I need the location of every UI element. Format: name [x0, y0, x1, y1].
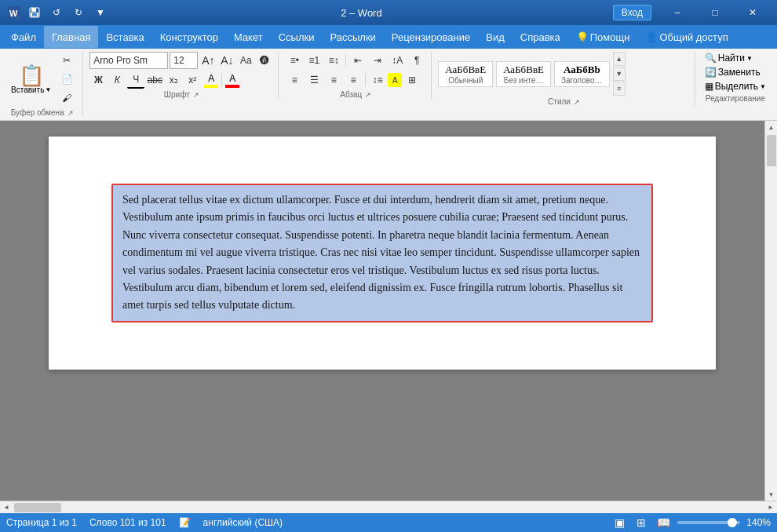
maximize-button[interactable]: □ — [697, 0, 733, 25]
subscript-button[interactable]: x₂ — [165, 71, 182, 89]
sort-button[interactable]: ↕A — [388, 52, 407, 69]
borders-button[interactable]: ⊞ — [403, 71, 421, 89]
status-bar-right: ▣ ⊞ 📖 140% — [611, 515, 771, 530]
scroll-up-button[interactable]: ▲ — [765, 121, 778, 133]
font-size-input[interactable] — [170, 52, 198, 69]
align-center-button[interactable]: ☰ — [305, 71, 323, 89]
clipboard-expand-icon[interactable]: ↗ — [67, 109, 74, 117]
font-expand-icon[interactable]: ↗ — [193, 91, 199, 99]
superscript-button[interactable]: x² — [184, 71, 201, 89]
main-area: Sed placerat tellus vitae ex dictum ulla… — [0, 121, 777, 513]
view-web-button[interactable]: ⊞ — [633, 515, 649, 530]
document-scroll[interactable]: Sed placerat tellus vitae ex dictum ulla… — [0, 121, 764, 501]
save-button[interactable] — [25, 3, 44, 22]
proofing-icon[interactable]: 📝 — [179, 517, 191, 528]
styles-expand[interactable]: ≡ — [613, 82, 626, 96]
paragraph-group: ≡• ≡1 ≡↕ ⇤ ⇥ ↕A ¶ ≡ ☰ ≡ ≡ — [280, 52, 432, 99]
menu-mailings[interactable]: Рассылки — [322, 26, 383, 48]
customize-button[interactable]: ▼ — [91, 3, 110, 22]
svg-rect-3 — [31, 8, 36, 12]
doc-content-area: Sed placerat tellus vitae ex dictum ulla… — [0, 121, 777, 501]
menu-constructor[interactable]: Конструктор — [152, 26, 226, 48]
word-icon: W — [6, 5, 22, 20]
title-bar: W ↺ ↻ ▼ 2 – Word Вход – □ ✕ — [0, 0, 777, 25]
font-label: Шрифт ↗ — [89, 89, 273, 99]
italic-button[interactable]: К — [108, 71, 126, 89]
app-window: W ↺ ↻ ▼ 2 – Word Вход – □ ✕ Файл — [0, 0, 777, 532]
font-color-button[interactable]: А — [224, 71, 241, 89]
page-info: Страница 1 из 1 — [6, 517, 77, 528]
font-name-input[interactable] — [89, 52, 168, 69]
underline-button[interactable]: Ч — [127, 71, 144, 89]
select-button[interactable]: ▦Выделить▼ — [702, 80, 769, 93]
language[interactable]: английский (США) — [203, 517, 283, 528]
align-justify-button[interactable]: ≡ — [344, 71, 363, 89]
document-page: Sed placerat tellus vitae ex dictum ulla… — [49, 137, 716, 370]
redo-button[interactable]: ↻ — [69, 3, 88, 22]
scroll-right-button[interactable]: ► — [764, 501, 777, 514]
align-right-button[interactable]: ≡ — [324, 71, 343, 89]
menu-layout[interactable]: Макет — [226, 26, 271, 48]
menu-insert[interactable]: Вставка — [98, 26, 151, 48]
vertical-scrollbar[interactable]: ▲ ▼ — [764, 121, 777, 501]
styles-label: Стили ↗ — [438, 96, 689, 106]
close-button[interactable]: ✕ — [735, 0, 771, 25]
menu-bar: Файл Главная Вставка Конструктор Макет С… — [0, 25, 777, 49]
zoom-thumb[interactable] — [728, 518, 737, 527]
paste-button[interactable]: 📋 Вставить▼ — [8, 64, 54, 96]
scroll-thumb-h[interactable] — [14, 503, 61, 512]
vkhod-button[interactable]: Вход — [613, 5, 651, 20]
case-button[interactable]: Аа — [237, 52, 254, 69]
text-highlight-button[interactable]: А — [202, 71, 220, 89]
clear-format-button[interactable]: 🅐 — [256, 52, 273, 69]
clipboard-label: Буфер обмена ↗ — [8, 107, 76, 117]
replace-button[interactable]: 🔄Заменить — [702, 66, 769, 78]
line-spacing-button[interactable]: ↕≡ — [368, 71, 387, 89]
style-normal[interactable]: АаБбВвЕ Обычный — [438, 61, 493, 87]
numbered-list-button[interactable]: ≡1 — [305, 52, 323, 69]
menu-assistant[interactable]: 💡Помощн — [568, 26, 638, 48]
menu-home[interactable]: Главная — [44, 26, 98, 48]
strikethrough-button[interactable]: abc — [146, 71, 163, 89]
menu-share[interactable]: 👤Общий доступ — [637, 26, 735, 48]
styles-scroll-controls: ▲ ▼ ≡ — [613, 52, 626, 96]
style-heading[interactable]: АаБбВb Заголово… — [554, 61, 610, 87]
shading-button[interactable]: A — [388, 73, 402, 87]
menu-view[interactable]: Вид — [478, 26, 513, 48]
paragraph-expand-icon[interactable]: ↗ — [365, 91, 371, 99]
styles-expand-icon[interactable]: ↗ — [574, 98, 580, 106]
align-left-button[interactable]: ≡ — [285, 71, 304, 89]
view-print-button[interactable]: ▣ — [611, 515, 627, 530]
word-count: Слово 101 из 101 — [89, 517, 166, 528]
menu-references[interactable]: Ссылки — [271, 26, 323, 48]
bold-button[interactable]: Ж — [89, 71, 107, 89]
undo-button[interactable]: ↺ — [47, 3, 66, 22]
menu-help[interactable]: Справка — [513, 26, 568, 48]
horizontal-scrollbar[interactable]: ◄ ► — [0, 501, 777, 513]
menu-review[interactable]: Рецензирование — [384, 26, 478, 48]
multilevel-list-button[interactable]: ≡↕ — [324, 52, 343, 69]
styles-scroll-down[interactable]: ▼ — [613, 67, 626, 81]
increase-indent-button[interactable]: ⇥ — [368, 52, 387, 69]
paragraph-label: Абзац ↗ — [285, 89, 426, 99]
scroll-thumb-v[interactable] — [767, 135, 776, 166]
scroll-down-button[interactable]: ▼ — [765, 488, 778, 501]
clipboard-group: 📋 Вставить▼ ✂ 📄 🖌 Буфер обмена ↗ — [3, 52, 83, 117]
minimize-button[interactable]: – — [659, 0, 695, 25]
copy-button[interactable]: 📄 — [57, 71, 76, 88]
increase-font-button[interactable]: A↑ — [199, 52, 217, 69]
menu-file[interactable]: Файл — [3, 26, 44, 48]
document-text[interactable]: Sed placerat tellus vitae ex dictum ulla… — [111, 184, 653, 322]
styles-scroll-up[interactable]: ▲ — [613, 52, 626, 66]
view-read-button[interactable]: 📖 — [655, 515, 671, 530]
show-formatting-button[interactable]: ¶ — [407, 52, 426, 69]
decrease-indent-button[interactable]: ⇤ — [348, 52, 367, 69]
format-painter-button[interactable]: 🖌 — [57, 89, 76, 107]
cut-button[interactable]: ✂ — [57, 52, 76, 69]
find-button[interactable]: 🔍Найти▼ — [702, 52, 769, 64]
bullet-list-button[interactable]: ≡• — [285, 52, 304, 69]
style-no-interval[interactable]: АаБбВвЕ Без инте… — [496, 61, 551, 87]
scroll-left-button[interactable]: ◄ — [0, 501, 13, 514]
zoom-slider[interactable] — [677, 521, 740, 524]
decrease-font-button[interactable]: A↓ — [218, 52, 235, 69]
